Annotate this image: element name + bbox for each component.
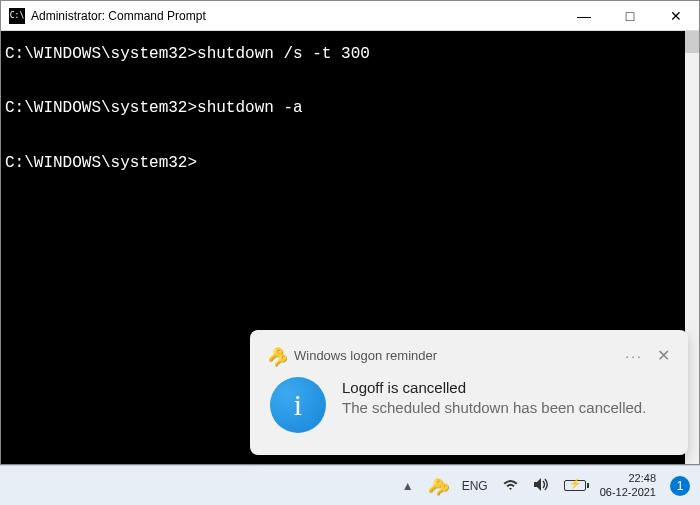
scrollbar-thumb[interactable]: [685, 31, 699, 53]
language-indicator[interactable]: ENG: [462, 479, 488, 493]
window-title: Administrator: Command Prompt: [31, 9, 561, 23]
keys-icon: 🔑🔑: [268, 347, 286, 365]
notification-actions: ··· ✕: [625, 346, 670, 365]
maximize-button[interactable]: □: [607, 1, 653, 30]
notification-badge[interactable]: 1: [670, 476, 690, 496]
terminal-line: C:\WINDOWS\system32>shutdown /s -t 300: [5, 41, 699, 68]
notification-message: The scheduled shutdown has been cancelle…: [342, 398, 670, 418]
terminal-line: C:\WINDOWS\system32>shutdown -a: [5, 95, 699, 122]
volume-icon[interactable]: [533, 477, 550, 495]
notification-body: i Logoff is cancelled The scheduled shut…: [268, 377, 670, 433]
notification-header: 🔑🔑 Windows logon reminder ··· ✕: [268, 346, 670, 365]
terminal-line: C:\WINDOWS\system32>: [5, 150, 699, 177]
close-button[interactable]: ✕: [653, 1, 699, 30]
notification-app-name: Windows logon reminder: [294, 348, 625, 363]
clock[interactable]: 22:48 06-12-2021: [600, 472, 656, 500]
window-controls: — □ ✕: [561, 1, 699, 30]
more-icon[interactable]: ···: [625, 348, 643, 364]
cmd-icon: C:\: [9, 8, 25, 24]
terminal-line: [5, 123, 699, 150]
notification-title: Logoff is cancelled: [342, 379, 670, 396]
close-icon[interactable]: ✕: [657, 346, 670, 365]
minimize-button[interactable]: —: [561, 1, 607, 30]
notification-text: Logoff is cancelled The scheduled shutdo…: [342, 377, 670, 418]
tray-keys-icon[interactable]: 🔑🔑: [428, 478, 448, 494]
taskbar: ▲ 🔑🔑 ENG ⚡ 22:48 06-12-2021 1: [0, 465, 700, 505]
wifi-icon[interactable]: [502, 477, 519, 494]
titlebar[interactable]: C:\ Administrator: Command Prompt — □ ✕: [1, 1, 699, 31]
notification-toast[interactable]: 🔑🔑 Windows logon reminder ··· ✕ i Logoff…: [250, 330, 688, 455]
clock-date: 06-12-2021: [600, 486, 656, 500]
terminal-line: [5, 68, 699, 95]
chevron-up-icon[interactable]: ▲: [402, 479, 414, 493]
battery-icon[interactable]: ⚡: [564, 480, 586, 491]
info-icon: i: [270, 377, 326, 433]
clock-time: 22:48: [600, 472, 656, 486]
